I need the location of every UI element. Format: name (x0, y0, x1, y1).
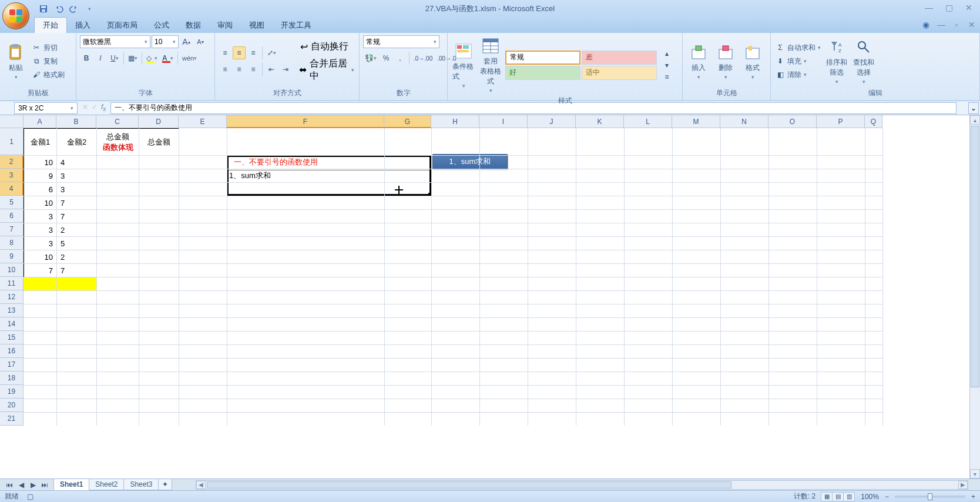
row-header-9[interactable]: 9 (0, 250, 24, 263)
fill-color-button[interactable]: ◇▾ (145, 52, 159, 65)
row-header-13[interactable]: 13 (0, 304, 24, 317)
align-bottom-button[interactable]: ≡ (247, 46, 260, 59)
macro-record-icon[interactable]: ▢ (27, 493, 33, 501)
copy-button[interactable]: ⧉复制 (31, 56, 66, 67)
zoom-slider[interactable] (895, 496, 965, 498)
maximize-button[interactable]: ▢ (941, 2, 956, 13)
last-sheet-icon[interactable]: ⏭ (40, 480, 49, 490)
autosum-button[interactable]: Σ自动求和▾ (774, 42, 822, 53)
column-header-C[interactable]: C (96, 115, 139, 128)
minimize-button[interactable]: — (921, 2, 937, 13)
cut-button[interactable]: ✂剪切 (31, 42, 66, 53)
mdi-restore-icon[interactable]: ▫ (952, 20, 961, 29)
grow-font-button[interactable]: A▴ (180, 35, 193, 48)
column-header-L[interactable]: L (624, 115, 672, 128)
row-header-3[interactable]: 3 (0, 169, 24, 182)
align-right-button[interactable]: ≡ (247, 63, 260, 76)
scroll-up-icon[interactable]: ▴ (970, 115, 980, 125)
page-break-view-button[interactable]: ▥ (843, 492, 855, 501)
sheet-tab-2[interactable]: Sheet2 (89, 479, 124, 490)
undo-icon[interactable] (53, 3, 65, 15)
column-header-O[interactable]: O (768, 115, 817, 128)
delete-cells-button[interactable]: 删除▾ (713, 42, 738, 81)
row-header-2[interactable]: 2 (0, 155, 24, 169)
fill-button[interactable]: ⬇填充▾ (774, 56, 822, 67)
prev-sheet-icon[interactable]: ◀ (16, 480, 26, 490)
column-header-H[interactable]: H (431, 115, 479, 128)
underline-button[interactable]: U▾ (108, 52, 121, 65)
name-box[interactable]: 3R x 2C▾ (14, 102, 78, 114)
office-button[interactable] (2, 2, 33, 32)
row-header-12[interactable]: 12 (0, 290, 24, 304)
comma-button[interactable]: , (394, 52, 407, 65)
decrease-indent-button[interactable]: ⇤ (265, 63, 278, 76)
column-header-A[interactable]: A (24, 115, 56, 128)
insert-cells-button[interactable]: 插入▾ (686, 42, 711, 81)
border-button[interactable]: ▦▾ (126, 52, 139, 65)
row-header-7[interactable]: 7 (0, 223, 24, 236)
tab-formulas[interactable]: 公式 (146, 18, 177, 33)
row-header-8[interactable]: 8 (0, 236, 24, 250)
macro-button-sum[interactable]: 1、sum求和 (432, 154, 508, 169)
conditional-format-button[interactable]: 条件格式▾ (451, 41, 476, 90)
tab-data[interactable]: 数据 (177, 18, 209, 33)
font-color-button[interactable]: A▾ (160, 52, 175, 65)
zoom-in-button[interactable]: + (971, 493, 975, 501)
column-header-I[interactable]: I (479, 115, 528, 128)
font-name-combo[interactable]: 微软雅黑▾ (80, 35, 150, 48)
save-icon[interactable] (38, 3, 49, 15)
column-header-P[interactable]: P (817, 115, 865, 128)
row-header-19[interactable]: 19 (0, 385, 24, 399)
align-top-button[interactable]: ≡ (219, 46, 231, 59)
tab-home[interactable]: 开始 (34, 17, 67, 33)
format-as-table-button[interactable]: 套用 表格格式▾ (478, 35, 503, 95)
normal-view-button[interactable]: ▦ (821, 492, 833, 501)
styles-scroll-down-icon[interactable]: ▾ (660, 60, 673, 71)
row-header-15[interactable]: 15 (0, 331, 24, 344)
tab-review[interactable]: 审阅 (209, 18, 241, 33)
row-header-1[interactable]: 1 (0, 128, 24, 155)
cancel-formula-icon[interactable]: ✕ (82, 103, 88, 112)
row-header-21[interactable]: 21 (0, 412, 24, 426)
zoom-out-button[interactable]: − (885, 493, 889, 501)
expand-formula-bar-icon[interactable]: ⌄ (968, 102, 979, 114)
redo-icon[interactable] (68, 3, 80, 15)
tab-insert[interactable]: 插入 (67, 18, 99, 33)
tab-page-layout[interactable]: 页面布局 (99, 18, 146, 33)
paste-button[interactable]: 粘贴 ▾ (4, 42, 28, 81)
help-icon[interactable]: ◉ (921, 20, 931, 29)
row-header-16[interactable]: 16 (0, 344, 24, 358)
zoom-level[interactable]: 100% (861, 493, 879, 501)
row-header-6[interactable]: 6 (0, 209, 24, 223)
styles-scroll-up-icon[interactable]: ▴ (660, 48, 673, 59)
italic-button[interactable]: I (94, 52, 107, 65)
align-left-button[interactable]: ≡ (219, 63, 231, 76)
column-header-G[interactable]: G (384, 115, 431, 128)
scroll-right-icon[interactable]: ▶ (958, 481, 968, 489)
column-header-Q[interactable]: Q (865, 115, 882, 128)
enter-formula-icon[interactable]: ✓ (92, 103, 98, 112)
row-header-10[interactable]: 10 (0, 263, 24, 277)
sort-filter-button[interactable]: AZ排序和 筛选▾ (824, 36, 849, 86)
increase-indent-button[interactable]: ⇥ (279, 63, 292, 76)
select-all-corner[interactable] (0, 115, 24, 128)
tab-view[interactable]: 视图 (241, 18, 273, 33)
column-header-B[interactable]: B (56, 115, 96, 128)
scroll-thumb[interactable] (971, 126, 979, 387)
format-painter-button[interactable]: 🖌格式刷 (31, 69, 66, 81)
find-select-button[interactable]: 查找和 选择▾ (851, 36, 876, 86)
phonetic-button[interactable]: wén▾ (180, 52, 199, 65)
scroll-left-icon[interactable]: ◀ (196, 481, 206, 489)
wrap-text-button[interactable]: ↩自动换行 (298, 40, 355, 53)
align-middle-button[interactable]: ≡ (233, 46, 246, 59)
number-format-combo[interactable]: 常规▾ (363, 35, 439, 48)
fx-icon[interactable]: fx (101, 103, 106, 112)
column-header-M[interactable]: M (672, 115, 720, 128)
clear-button[interactable]: ◧清除▾ (774, 69, 822, 81)
row-header-14[interactable]: 14 (0, 317, 24, 331)
sheet-tab-1[interactable]: Sheet1 (53, 479, 89, 490)
font-size-combo[interactable]: 10▾ (152, 35, 179, 48)
row-header-5[interactable]: 5 (0, 196, 24, 209)
qat-customize-icon[interactable]: ▾ (83, 3, 95, 15)
hscroll-thumb[interactable] (207, 481, 731, 488)
